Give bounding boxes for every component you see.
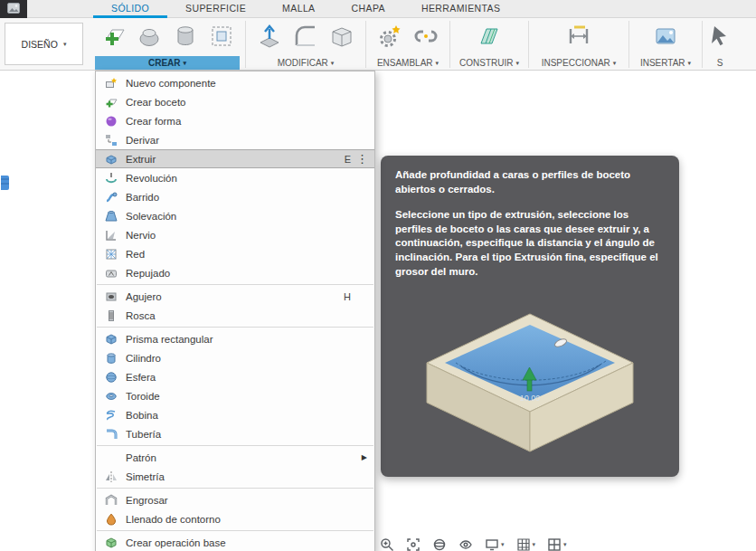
tooltip-summary: Añade profundidad a caras o perfiles de … (395, 168, 665, 197)
display-settings-icon (485, 537, 499, 551)
emboss-icon (104, 266, 118, 280)
create-form-button[interactable] (131, 20, 167, 54)
menu-item-engrosar[interactable]: Engrosar (96, 490, 374, 509)
web-icon (104, 247, 118, 261)
sphere-icon (104, 370, 118, 384)
menu-item-crear-operacion-base[interactable]: Crear operación base (96, 533, 374, 551)
menu-separator (97, 284, 373, 285)
chevron-down-icon: ▾ (63, 41, 67, 48)
inspeccionar-panel-dropdown[interactable]: INSPECCIONAR ▾ (534, 56, 623, 70)
menu-item-extruir[interactable]: Extruir E ⋮ (96, 149, 374, 168)
design-workspace-dropdown[interactable]: DISEÑO ▾ (5, 23, 83, 65)
menu-item-simetria[interactable]: Simetría (96, 467, 374, 486)
new-component-button[interactable] (372, 20, 408, 54)
menu-item-repujado[interactable]: Repujado (96, 263, 374, 282)
menu-item-bobina[interactable]: Bobina (96, 405, 374, 424)
crear-panel-dropdown[interactable]: CREAR ▾ (95, 56, 240, 70)
menu-item-toroide[interactable]: Toroide (96, 386, 374, 405)
menu-item-derivar[interactable]: Derivar (96, 130, 374, 149)
measure-icon (565, 23, 592, 52)
chevron-down-icon: ▾ (563, 541, 567, 548)
menu-item-esfera[interactable]: Esfera (96, 367, 374, 386)
crear-dropdown-menu: Nuevo componente Crear boceto Crear form… (95, 71, 375, 551)
look-at-icon (458, 537, 473, 551)
menu-item-label: Crear forma (126, 116, 181, 127)
menu-item-patron[interactable]: Patrón ▶ (96, 448, 374, 467)
menu-item-label: Prisma rectangular (126, 334, 213, 345)
group-label: CONSTRUIR (459, 58, 513, 68)
rib-icon (104, 228, 118, 242)
grid-settings-button[interactable]: ▾ (516, 537, 536, 551)
display-settings-button[interactable]: ▾ (485, 537, 505, 551)
toolbar-group-crear: CREAR ▾ (95, 19, 240, 71)
bounding-box-icon (208, 23, 235, 52)
shell-icon (328, 23, 355, 52)
new-component-icon (376, 23, 403, 52)
menu-item-llenado-de-contorno[interactable]: Llenado de contorno (96, 509, 374, 528)
menu-item-prisma-rectangular[interactable]: Prisma rectangular (96, 329, 374, 348)
select-button[interactable] (708, 20, 732, 54)
construir-panel-dropdown[interactable]: CONSTRUIR ▾ (456, 56, 523, 70)
menu-item-label: Agujero (126, 291, 162, 302)
menu-item-barrido[interactable]: Barrido (96, 187, 374, 206)
chevron-down-icon: ▾ (331, 60, 335, 67)
derive-icon (104, 133, 118, 147)
menu-item-label: Nuevo componente (126, 78, 216, 89)
toolbar-group-seleccionar: S (708, 19, 732, 71)
fillet-button[interactable] (288, 20, 324, 54)
menu-item-revolucion[interactable]: Revolución (96, 168, 374, 187)
press-pull-icon (256, 23, 283, 52)
menu-item-crear-forma[interactable]: Crear forma (96, 111, 374, 130)
toolbar-separator (528, 21, 529, 68)
menu-item-nuevo-componente[interactable]: Nuevo componente (96, 73, 374, 92)
menu-item-nervio[interactable]: Nervio (96, 225, 374, 244)
menu-item-solevacion[interactable]: Solevación (96, 206, 374, 225)
insertar-panel-dropdown[interactable]: INSERTAR ▾ (635, 56, 696, 70)
tab-malla[interactable]: MALLA (264, 0, 333, 18)
press-pull-button[interactable] (251, 20, 288, 54)
menu-item-tuberia[interactable]: Tubería (96, 424, 374, 443)
menu-item-rosca[interactable]: Rosca (96, 306, 374, 325)
seleccionar-panel-dropdown[interactable]: S (708, 56, 732, 70)
tab-chapa[interactable]: CHAPA (334, 0, 403, 18)
fit-icon (406, 537, 421, 551)
tab-solido[interactable]: SÓLIDO (93, 0, 167, 18)
orbit-button[interactable] (432, 537, 447, 551)
extrude-preview-image: 10.00 (398, 290, 662, 468)
more-options-icon[interactable]: ⋮ (356, 153, 368, 165)
toolbar-group-construir: CONSTRUIR ▾ (456, 19, 523, 71)
shell-button[interactable] (324, 20, 360, 54)
tab-superficie[interactable]: SUPERFICIE (167, 0, 264, 18)
group-label: INSPECCIONAR (542, 58, 610, 68)
viewports-button[interactable]: ▾ (547, 537, 567, 551)
fit-button[interactable] (406, 537, 421, 551)
measure-button[interactable] (561, 20, 597, 54)
insert-image-button[interactable] (647, 20, 684, 54)
look-at-button[interactable] (458, 537, 473, 551)
tab-herramientas[interactable]: HERRAMIENTAS (403, 0, 518, 18)
zoom-button[interactable] (380, 537, 394, 551)
primitive-cylinder-button[interactable] (167, 20, 203, 54)
loft-icon (104, 209, 118, 223)
joint-button[interactable] (408, 20, 444, 54)
bounding-box-button[interactable] (203, 20, 240, 54)
navigation-bar: ▾ ▾ ▾ (380, 537, 567, 551)
joint-icon (412, 23, 439, 52)
menu-item-agujero[interactable]: Agujero H (96, 287, 374, 306)
menu-item-red[interactable]: Red (96, 244, 374, 263)
fusion-window: SÓLIDO SUPERFICIE MALLA CHAPA HERRAMIENT… (0, 0, 756, 551)
tooltip-description: Seleccione un tipo de extrusión, selecci… (395, 208, 665, 280)
ensamblar-panel-dropdown[interactable]: ENSAMBLAR ▾ (372, 56, 444, 70)
menu-item-cilindro[interactable]: Cilindro (96, 348, 374, 367)
group-label: INSERTAR (640, 58, 685, 68)
app-thumbnail[interactable] (0, 0, 27, 18)
modificar-panel-dropdown[interactable]: MODIFICAR ▾ (251, 56, 360, 70)
toolbar-separator (365, 21, 366, 68)
construction-plane-button[interactable] (471, 20, 507, 54)
menu-item-crear-boceto[interactable]: Crear boceto (96, 92, 374, 111)
insert-image-icon (652, 23, 679, 52)
group-label: CREAR (148, 58, 181, 68)
thread-icon (104, 309, 118, 322)
extrude-tooltip: Añade profundidad a caras o perfiles de … (381, 156, 679, 477)
create-sketch-button[interactable] (95, 20, 131, 54)
